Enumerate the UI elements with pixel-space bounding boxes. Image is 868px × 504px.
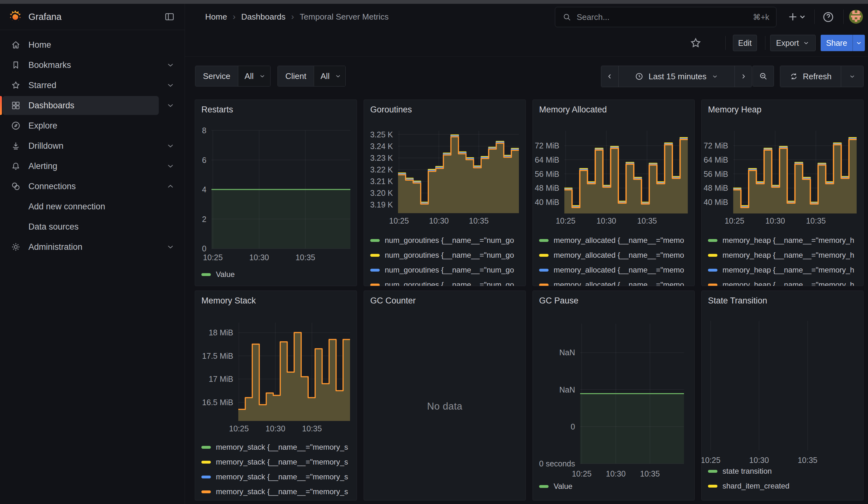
legend-item[interactable]: memory_heap {__name__="memory_h [708,265,861,275]
svg-text:10:35: 10:35 [637,216,657,225]
legend-label: memory_heap {__name__="memory_h [723,266,854,275]
svg-text:72 MiB: 72 MiB [535,141,559,150]
drilldown-icon [11,141,21,151]
breadcrumb-dashboards[interactable]: Dashboards [241,12,285,22]
help-icon[interactable] [822,11,835,23]
legend-item[interactable]: num_goroutines {__name__="num_go [370,250,524,260]
legend-item[interactable]: state transition [708,466,861,476]
time-range-controls: Last 15 minutes [601,66,752,87]
refresh-interval-button[interactable] [841,66,863,87]
panel-goroutines: 3.25 K3.24 K3.23 K3.22 K3.21 K3.20 K3.19… [364,100,526,286]
legend-label: memory_allocated {__name__="memo [554,266,684,275]
panel-title[interactable]: Memory Stack [202,296,256,306]
app-title: Grafana [28,4,62,30]
legend-item[interactable]: memory_stack {__name__="memory_s [202,457,355,467]
sidebar-item-drilldown[interactable]: Drilldown [2,136,159,155]
svg-text:10:25: 10:25 [556,216,576,225]
user-avatar[interactable] [848,9,864,24]
legend-item[interactable]: Value [202,270,355,279]
panel-legend: memory_heap {__name__="memory_hmemory_he… [708,236,861,286]
legend-item[interactable]: num_goroutines {__name__="num_go [370,280,524,286]
legend-item[interactable]: shard_item_created [708,481,861,491]
sidebar-item-administration[interactable]: Administration [2,237,159,256]
panel-title[interactable]: GC Counter [370,296,416,306]
breadcrumb-home[interactable]: Home [205,12,227,22]
svg-text:10:25: 10:25 [702,456,721,464]
client-variable-value[interactable]: All [314,66,345,86]
sidebar-item-alerting[interactable]: Alerting [2,157,159,176]
share-button[interactable]: Share [821,35,852,51]
chevron-up-icon[interactable] [166,182,175,191]
legend-item[interactable]: memory_allocated {__name__="memo [539,250,693,260]
panel-title[interactable]: Memory Heap [708,105,762,115]
chevron-down-icon[interactable] [166,243,175,251]
service-variable-value[interactable]: All [238,66,270,86]
chevron-down-icon[interactable] [166,162,175,170]
search-icon [562,12,572,22]
legend-label: state transition [723,467,772,475]
search-input[interactable] [576,12,753,22]
panel-title[interactable]: State Transition [708,296,767,306]
svg-text:56 MiB: 56 MiB [535,169,559,178]
sidebar-item-home[interactable]: Home [2,35,159,54]
chevron-down-icon[interactable] [166,61,175,69]
time-shift-forward-button[interactable] [734,66,752,87]
export-button-label: Export [776,39,799,48]
legend-label: Value [216,270,235,279]
sidebar-item-add-new-connection[interactable]: Add new connection [2,197,159,216]
restarts-chart[interactable]: 8642010:2510:3010:35 [195,100,357,286]
sidebar-item-dashboards[interactable]: Dashboards [2,96,159,115]
edit-button[interactable]: Edit [733,35,757,51]
gc-pause-chart[interactable]: NaNNaN00 seconds10:2510:3010:35 [533,291,695,501]
brand-row: Grafana [0,4,185,30]
sidebar-item-connections[interactable]: Connections [2,177,159,196]
legend-item[interactable]: memory_heap {__name__="memory_h [708,250,861,260]
search-box[interactable]: ⌘+k [555,7,776,27]
legend-item[interactable]: memory_stack {__name__="memory_s [202,487,355,496]
sidebar-item-data-sources[interactable]: Data sources [2,217,159,236]
svg-text:3.19 K: 3.19 K [370,200,393,209]
legend-item[interactable]: memory_heap {__name__="memory_h [708,236,861,245]
legend-color-swatch [708,284,717,286]
sidebar-item-label: Starred [28,76,56,95]
time-shift-back-button[interactable] [601,66,618,87]
chevron-down-icon[interactable] [166,101,175,110]
sidebar-item-label: Connections [28,177,76,196]
share-options-button[interactable] [852,35,865,51]
panel-title[interactable]: GC Pause [539,296,579,306]
legend-color-swatch [202,273,211,276]
panel-title[interactable]: Memory Allocated [539,105,607,115]
panel-title[interactable]: Restarts [202,105,233,115]
legend-item[interactable]: num_goroutines {__name__="num_go [370,265,524,275]
dock-sidebar-icon[interactable] [164,11,175,22]
legend-color-swatch [539,239,549,242]
sidebar-item-explore[interactable]: Explore [2,116,159,135]
legend-color-swatch [708,254,717,257]
sidebar-item-bookmarks[interactable]: Bookmarks [2,55,159,74]
export-button[interactable]: Export [770,35,816,51]
legend-item[interactable]: memory_allocated {__name__="memo [539,265,693,275]
zoom-out-button[interactable] [753,66,774,86]
legend-label: num_goroutines {__name__="num_go [385,236,514,245]
time-range-picker[interactable]: Last 15 minutes [618,66,734,87]
grafana-logo[interactable] [8,10,22,24]
svg-text:2: 2 [202,215,206,224]
panel-legend: memory_stack {__name__="memory_smemory_s… [202,442,355,501]
legend-color-swatch [539,254,549,257]
legend-item[interactable]: num_goroutines {__name__="num_go [370,236,524,245]
chevron-down-icon[interactable] [166,81,175,89]
add-new-button[interactable] [787,11,806,23]
panel-title[interactable]: Goroutines [370,105,412,115]
legend-item[interactable]: memory_allocated {__name__="memo [539,236,693,245]
sidebar-item-label: Home [28,35,51,54]
legend-item[interactable]: memory_heap {__name__="memory_h [708,280,861,286]
legend-item[interactable]: memory_stack {__name__="memory_s [202,442,355,452]
legend-item[interactable]: memory_allocated {__name__="memo [539,280,693,286]
chevron-down-icon[interactable] [166,142,175,150]
legend-item[interactable]: memory_stack {__name__="memory_s [202,472,355,482]
favorite-star-icon[interactable] [689,37,702,49]
legend-item[interactable]: Value [539,482,693,491]
share-split-button[interactable]: Share [821,35,865,51]
refresh-button[interactable]: Refresh [780,66,841,87]
sidebar-item-starred[interactable]: Starred [2,76,159,95]
